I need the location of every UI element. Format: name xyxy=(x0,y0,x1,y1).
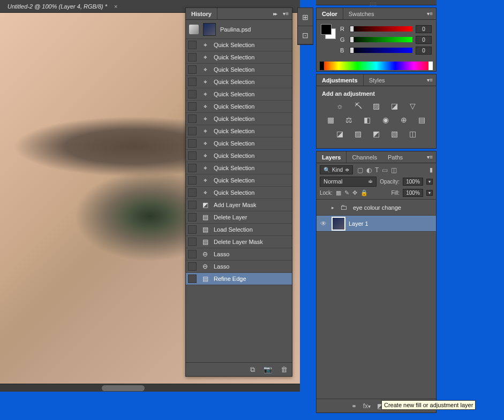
adj-invert-icon[interactable]: ◪ xyxy=(335,129,345,139)
opacity-dropdown-icon[interactable]: ▾ xyxy=(426,179,433,185)
filter-adjustment-icon[interactable]: ◐ xyxy=(366,166,372,174)
slider-b-thumb[interactable] xyxy=(350,47,354,54)
history-state-checkbox[interactable] xyxy=(188,188,197,197)
tab-adjustments[interactable]: Adjustments xyxy=(317,74,364,86)
history-state-checkbox[interactable] xyxy=(188,78,197,86)
layer-fx-icon[interactable]: fx▾ xyxy=(363,402,371,410)
adj-color-balance-icon[interactable]: ⚖ xyxy=(344,115,355,125)
filter-pixel-icon[interactable]: ▢ xyxy=(357,166,363,174)
history-row[interactable]: ⌖Quick Selection xyxy=(186,101,292,113)
history-state-checkbox[interactable] xyxy=(188,225,197,234)
history-tab[interactable]: History xyxy=(186,8,217,19)
slider-g-value[interactable]: 0 xyxy=(416,36,432,44)
history-row[interactable]: ⌖Quick Selection xyxy=(186,76,292,88)
history-row[interactable]: ▤Refine Edge xyxy=(186,273,292,285)
history-state-checkbox[interactable] xyxy=(188,151,197,160)
tab-paths[interactable]: Paths xyxy=(382,151,408,163)
blend-mode-select[interactable]: Normal≑ xyxy=(320,177,377,187)
adj-exposure-icon[interactable]: ◪ xyxy=(389,101,400,111)
layer-row[interactable]: 👁Layer 1 xyxy=(317,216,436,232)
adj-curves-icon[interactable]: ▨ xyxy=(371,101,382,111)
slider-r-thumb[interactable] xyxy=(350,26,354,32)
collapse-panel-icon[interactable]: ▸▸ xyxy=(270,11,280,17)
history-state-checkbox[interactable] xyxy=(188,164,197,172)
filter-smart-icon[interactable]: ◫ xyxy=(391,166,397,174)
history-row[interactable]: ⌖Quick Selection xyxy=(186,162,292,174)
adjustments-panel-menu-icon[interactable]: ▾≡ xyxy=(424,77,436,83)
horizontal-scrollbar[interactable] xyxy=(0,384,300,392)
adj-gradient-map-icon[interactable]: ▧ xyxy=(389,129,400,139)
lock-image-icon[interactable]: ✎ xyxy=(344,189,349,196)
adj-selective-color-icon[interactable]: ◫ xyxy=(408,129,418,139)
adj-threshold-icon[interactable]: ◩ xyxy=(371,129,382,139)
tray-icon-1[interactable]: ⊞ xyxy=(298,8,313,26)
adj-levels-icon[interactable]: ⛏ xyxy=(353,101,364,111)
adj-color-lookup-icon[interactable]: ▤ xyxy=(417,115,427,125)
color-panel-menu-icon[interactable]: ▾≡ xyxy=(424,11,436,17)
history-state-checkbox[interactable] xyxy=(188,139,197,148)
opacity-value[interactable]: 100% xyxy=(403,178,423,186)
history-state-checkbox[interactable] xyxy=(188,213,197,222)
history-row[interactable]: ▤Delete Layer Mask xyxy=(186,236,292,248)
history-state-checkbox[interactable] xyxy=(188,65,197,74)
history-row[interactable]: ▤Load Selection xyxy=(186,224,292,236)
tray-icon-2[interactable]: ⊡ xyxy=(298,26,313,44)
slider-g[interactable] xyxy=(350,37,412,42)
adj-photo-filter-icon[interactable]: ◉ xyxy=(380,115,391,125)
history-row[interactable]: ⌖Quick Selection xyxy=(186,138,292,150)
panel-menu-icon[interactable]: ▾≡ xyxy=(280,11,292,17)
filter-shape-icon[interactable]: ▭ xyxy=(382,166,388,174)
slider-g-thumb[interactable] xyxy=(350,36,354,43)
color-swatch-pair[interactable] xyxy=(321,24,336,39)
tab-color[interactable]: Color xyxy=(317,8,343,19)
history-source-row[interactable]: Paulina.psd xyxy=(186,20,292,39)
close-tab-icon[interactable]: × xyxy=(114,3,117,10)
history-state-checkbox[interactable] xyxy=(188,53,197,62)
adj-bw-icon[interactable]: ◧ xyxy=(362,115,373,125)
tab-layers[interactable]: Layers xyxy=(317,151,347,163)
scrollbar-thumb[interactable] xyxy=(102,385,145,391)
slider-r-value[interactable]: 0 xyxy=(416,25,432,33)
history-state-checkbox[interactable] xyxy=(188,238,197,246)
layers-panel-menu-icon[interactable]: ▾≡ xyxy=(424,154,436,160)
history-state-checkbox[interactable] xyxy=(188,127,197,135)
foreground-color-swatch[interactable] xyxy=(321,24,332,35)
history-row[interactable]: ⌖Quick Selection xyxy=(186,64,292,76)
layer-row[interactable]: ▸🗀eye colour change xyxy=(317,200,436,216)
fill-dropdown-icon[interactable]: ▾ xyxy=(426,190,433,196)
adj-brightness-icon[interactable]: ☼ xyxy=(335,101,345,111)
slider-b-value[interactable]: 0 xyxy=(416,47,432,55)
fill-value[interactable]: 100% xyxy=(403,189,423,197)
history-row[interactable]: ⌖Quick Selection xyxy=(186,51,292,64)
delete-state-icon[interactable]: 🗑 xyxy=(281,365,288,373)
lock-all-icon[interactable]: 🔒 xyxy=(360,189,368,196)
layer-thumbnail[interactable] xyxy=(332,217,345,231)
adj-vibrance-icon[interactable]: ▽ xyxy=(408,101,418,111)
history-row[interactable]: ⊖Lasso xyxy=(186,248,292,261)
history-state-checkbox[interactable] xyxy=(188,274,197,283)
adj-hue-icon[interactable]: ▦ xyxy=(326,115,336,125)
slider-r[interactable] xyxy=(350,26,412,32)
adj-channel-mixer-icon[interactable]: ⊕ xyxy=(398,115,409,125)
filter-type-icon[interactable]: T xyxy=(375,166,379,174)
history-row[interactable]: ⌖Quick Selection xyxy=(186,187,292,199)
history-row[interactable]: ◩Add Layer Mask xyxy=(186,199,292,211)
history-state-checkbox[interactable] xyxy=(188,176,197,185)
history-row[interactable]: ⌖Quick Selection xyxy=(186,39,292,51)
link-layers-icon[interactable]: ⚭ xyxy=(351,402,357,410)
layer-visibility-icon[interactable]: 👁 xyxy=(319,220,328,227)
filter-toggle-icon[interactable]: ▮ xyxy=(430,166,433,173)
history-state-checkbox[interactable] xyxy=(188,262,197,271)
lock-position-icon[interactable]: ✥ xyxy=(352,189,357,196)
history-row[interactable]: ⊖Lasso xyxy=(186,261,292,273)
lock-transparency-icon[interactable]: ▩ xyxy=(336,189,341,196)
history-row[interactable]: ⌖Quick Selection xyxy=(186,113,292,125)
history-state-checkbox[interactable] xyxy=(188,250,197,258)
history-row[interactable]: ▤Delete Layer xyxy=(186,211,292,224)
history-row[interactable]: ⌖Quick Selection xyxy=(186,88,292,101)
create-document-from-state-icon[interactable]: ⧉ xyxy=(250,365,255,374)
history-state-checkbox[interactable] xyxy=(188,41,197,49)
history-row[interactable]: ⌖Quick Selection xyxy=(186,125,292,138)
history-state-checkbox[interactable] xyxy=(188,102,197,111)
document-tab[interactable]: Untitled-2 @ 100% (Layer 4, RGB/8) * × xyxy=(2,2,123,11)
